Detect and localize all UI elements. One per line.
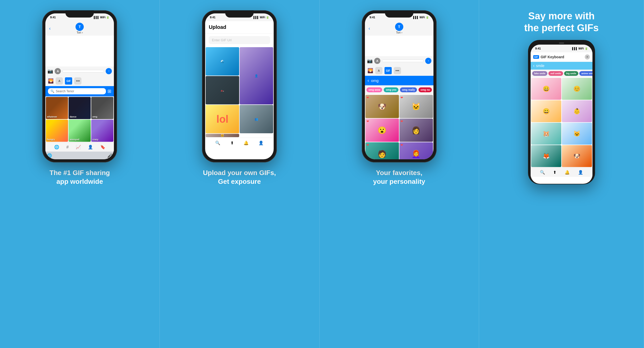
user-nav-icon-4[interactable]: 👤 bbox=[578, 170, 583, 175]
tag-omg-yes[interactable]: omg yes bbox=[384, 87, 398, 92]
upload-cell-4[interactable]: lol bbox=[206, 105, 239, 133]
apps-icon-3[interactable]: A bbox=[375, 67, 382, 74]
fav-cell-4[interactable]: 👩 ❤ bbox=[399, 119, 433, 142]
wifi-icon-2: WiFi bbox=[260, 16, 265, 19]
bell-nav-icon-4[interactable]: 🔔 bbox=[565, 170, 570, 175]
smile-tag-big[interactable]: big smile bbox=[564, 71, 578, 76]
heart-badge-5: ❤ bbox=[366, 143, 369, 147]
bell-nav-icon[interactable]: 🔔 bbox=[244, 140, 249, 145]
phone-notch-2 bbox=[225, 10, 254, 18]
fav-cell-6[interactable]: 👩‍🦰 ❤ bbox=[399, 142, 433, 159]
globe-icon-1[interactable]: 🌐 bbox=[54, 145, 59, 150]
fav-icon-1[interactable]: 🔖 bbox=[100, 145, 105, 150]
url-placeholder: Enter GIF Url bbox=[212, 38, 232, 42]
apps-icon[interactable]: A bbox=[56, 77, 63, 85]
input-row-1: 📷 A ↑ bbox=[45, 67, 114, 76]
smile-tag-fake[interactable]: fake smile bbox=[532, 71, 548, 76]
gif-cell-dance[interactable]: dance bbox=[69, 97, 91, 119]
smile-tag-anime[interactable]: anime smi... bbox=[579, 71, 592, 76]
gif-cell-annoyed[interactable]: annoyed bbox=[69, 120, 91, 142]
camera-icon-1[interactable]: 📷 bbox=[47, 68, 53, 74]
heart-badge-4: ❤ bbox=[400, 120, 403, 123]
smile-cell-6[interactable]: 😺 bbox=[562, 123, 592, 145]
search-nav-icon-4[interactable]: 🔍 bbox=[540, 170, 545, 175]
space-key[interactable] bbox=[52, 153, 107, 158]
search-placeholder-1: Search Tenor bbox=[56, 89, 74, 93]
section-gif-sharing: 9:41 ▌▌▌ WiFi 🔋 ‹ T Tori › 📷 A bbox=[0, 0, 160, 348]
fav-cell-1[interactable]: 🐶 ❤ bbox=[365, 95, 399, 118]
gif-search-input-1[interactable]: 🔍 Search Tenor bbox=[48, 88, 106, 94]
trending-icon-1[interactable]: 📈 bbox=[76, 145, 81, 150]
section-upload: 9:41 ▌▌▌ WiFi 🔋 Upload Enter GIF Url 🌊 👤… bbox=[160, 0, 320, 348]
more-icon[interactable]: ••• bbox=[74, 77, 81, 85]
back-button-1[interactable]: ‹ bbox=[49, 26, 51, 31]
user-nav-icon[interactable]: 👤 bbox=[258, 140, 264, 145]
send-button-3[interactable]: ↑ bbox=[425, 58, 431, 64]
upload-url-input[interactable]: Enter GIF Url bbox=[209, 36, 270, 44]
gif-icon-1[interactable]: GIF bbox=[65, 77, 72, 85]
upload-cell-1[interactable]: 🌊 bbox=[206, 47, 239, 76]
battery-icon-4: 🔋 bbox=[585, 47, 588, 50]
tag-omg-wow[interactable]: omg wow bbox=[366, 87, 382, 92]
status-icons-4: ▌▌▌ WiFi 🔋 bbox=[572, 47, 588, 50]
globe-sys-icon[interactable]: 🌐 bbox=[47, 153, 52, 158]
search-nav-icon[interactable]: 🔍 bbox=[215, 140, 220, 145]
contact-name-1: Tori › bbox=[77, 31, 83, 34]
fav-cell-2[interactable]: 🐱 ❤ bbox=[399, 95, 433, 118]
appstore-icon-3[interactable]: A bbox=[374, 58, 380, 64]
camera-icon-3[interactable]: 📷 bbox=[367, 58, 373, 64]
smile-gif-grid: 😄 😊 😀 👶 🐹 😺 🦊 🐶 bbox=[531, 77, 592, 168]
wifi-icon: WiFi bbox=[100, 16, 105, 19]
smile-cell-8[interactable]: 🐶 bbox=[562, 145, 592, 167]
upload-cell-3[interactable]: 🏍️ bbox=[206, 76, 239, 104]
headline-4: Say more with the perfect GIFs bbox=[524, 10, 599, 34]
tag-omg-no[interactable]: omg no bbox=[419, 87, 432, 92]
upload-bottom-nav: 🔍 ⬆ 🔔 👤 bbox=[205, 138, 274, 148]
message-input-3[interactable] bbox=[382, 60, 424, 62]
upload-nav-icon[interactable]: ⬆ bbox=[230, 140, 234, 145]
upload-cell-5[interactable]: 👥 bbox=[240, 105, 273, 133]
more-icon-3[interactable]: ••• bbox=[394, 67, 401, 74]
fav-back-icon[interactable]: ‹ bbox=[367, 78, 369, 83]
fav-cell-5[interactable]: 🧑 ❤ bbox=[365, 142, 399, 159]
tag-omg-really[interactable]: omg really bbox=[400, 87, 417, 92]
send-button-1[interactable]: ↑ bbox=[106, 68, 112, 74]
battery-icon-3: 🔋 bbox=[426, 16, 429, 19]
smile-cell-1[interactable]: 😄 bbox=[531, 78, 561, 100]
mic-icon[interactable]: 🎤 bbox=[107, 153, 112, 158]
photos-icon[interactable]: 🌄 bbox=[48, 78, 54, 84]
hashtag-icon-1[interactable]: # bbox=[66, 145, 69, 150]
upload-cell-6[interactable]: 🐱 bbox=[206, 134, 239, 137]
smile-back-icon[interactable]: ‹ bbox=[533, 63, 534, 68]
back-button-3[interactable]: ‹ bbox=[369, 26, 370, 31]
gif-cell-omg[interactable]: omg bbox=[91, 97, 113, 119]
smile-cell-2[interactable]: 😊 bbox=[562, 78, 592, 100]
profile-icon-1[interactable]: 👤 bbox=[88, 145, 93, 150]
upload-cell-2[interactable]: 👤 bbox=[240, 47, 273, 104]
gif-cell-hungry[interactable]: hungry bbox=[46, 120, 68, 142]
appstore-icon-1[interactable]: A bbox=[55, 68, 61, 74]
signal-icon-3: ▌▌▌ bbox=[413, 16, 419, 19]
signal-icon: ▌▌▌ bbox=[94, 16, 99, 19]
upload-nav-icon-4[interactable]: ⬆ bbox=[553, 170, 556, 175]
smile-cell-3[interactable]: 😀 bbox=[531, 100, 561, 122]
gif-icon-3[interactable]: GIF bbox=[384, 67, 392, 74]
smile-cell-5[interactable]: 🐹 bbox=[531, 123, 561, 145]
fav-cell-3[interactable]: 😮 ❤ bbox=[365, 119, 399, 142]
photos-icon-3[interactable]: 🌄 bbox=[367, 68, 373, 73]
gif-keyboard-title: GIF Keyboard bbox=[541, 55, 583, 59]
smile-tags: fake smile evil smile big smile anime sm… bbox=[531, 70, 592, 77]
grid-icon[interactable]: ⊞ bbox=[107, 88, 111, 94]
fav-img-2: 🐱 bbox=[399, 95, 433, 118]
fav-search-text: omg bbox=[371, 78, 431, 83]
gif-cell-crazy[interactable]: crazy bbox=[91, 120, 113, 142]
message-input-1[interactable] bbox=[62, 70, 104, 72]
smile-cell-7[interactable]: 🦊 bbox=[531, 145, 561, 167]
status-icons-3: ▌▌▌ WiFi 🔋 bbox=[413, 16, 429, 19]
close-button-4[interactable]: ✕ bbox=[585, 54, 590, 60]
smile-tag-evil[interactable]: evil smile bbox=[548, 71, 563, 76]
gif-cell-whatever[interactable]: whatever bbox=[46, 97, 68, 119]
message-body-3 bbox=[365, 36, 433, 56]
smile-cell-4[interactable]: 👶 bbox=[562, 100, 592, 122]
fav-img-5: 🧑 bbox=[365, 142, 399, 159]
